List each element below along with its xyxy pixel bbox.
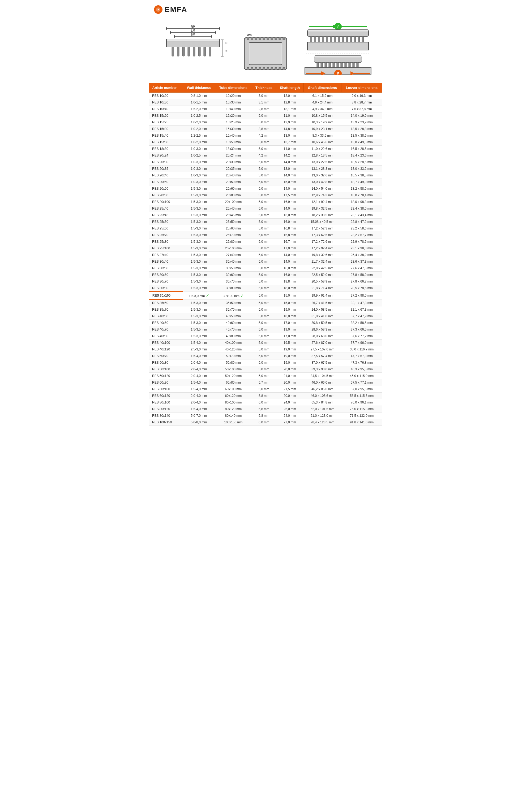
table-row: RES 30x801,5-3,0 mm30x80 mm5,0 mm18,0 mm…: [149, 285, 382, 292]
data-cell: 5,0 mm: [252, 165, 276, 172]
svg-rect-82: [321, 62, 323, 68]
svg-rect-53: [271, 37, 273, 40]
article-number-cell: RES 20x100: [149, 199, 183, 205]
data-cell: 60x120 mm: [215, 393, 252, 399]
data-cell: 11,0 x 22,6 mm: [304, 146, 341, 152]
svg-text:✓: ✓: [336, 25, 339, 29]
article-number-cell: RES 25x80: [149, 238, 183, 245]
data-cell: 5,0 mm: [252, 353, 276, 360]
article-number-cell: RES 30x80: [149, 285, 183, 292]
table-row: RES 60x1202,0-4,0 mm60x120 mm5,8 mm20,0 …: [149, 393, 382, 399]
table-row: RES 100x1505,0-8,0 mm100x150 mm6,0 mm27,…: [149, 419, 382, 426]
data-cell: 1,0-2,0 mm: [183, 139, 215, 146]
table-row: RES 10x401,5-2,0 mm10x40 mm2,8 mm13,1 mm…: [149, 106, 382, 113]
table-row: RES 25x801,5-3,0 mm25x80 mm5,0 mm16,7 mm…: [149, 238, 382, 245]
data-cell: 5,0 mm: [252, 386, 276, 393]
table-row: RES 50x701,5-4,0 mm50x70 mm5,0 mm19,0 mm…: [149, 353, 382, 360]
data-cell: 1,5-3,0 mm: [183, 212, 215, 219]
data-cell: 5,8 mm: [252, 406, 276, 412]
svg-rect-85: [333, 62, 335, 68]
svg-rect-72: [346, 37, 348, 42]
data-cell: 27,6 x 47,5 mm: [341, 265, 382, 272]
data-cell: 65,3 x 84,8 mm: [304, 399, 341, 406]
data-cell: 20x50 mm: [215, 179, 252, 185]
table-row: RES 60x1001,5-4,0 mm60x100 mm5,0 mm21,5 …: [149, 386, 382, 393]
svg-rect-40: [259, 67, 261, 70]
data-cell: 15,0 mm: [276, 291, 304, 300]
table-row: RES 40x701,5-3,5 mm40x70 mm5,0 mm19,0 mm…: [149, 326, 382, 333]
article-number-cell: RES 20x30: [149, 159, 183, 165]
svg-rect-20: [193, 47, 195, 56]
data-cell: 5,0 mm: [252, 139, 276, 146]
data-cell: 1,5-3,0 mm: [183, 205, 215, 212]
data-cell: 5,8 mm: [252, 393, 276, 399]
data-cell: 5,0 mm: [252, 333, 276, 339]
data-cell: 20x30 mm: [215, 159, 252, 165]
data-cell: 1,5-3,5 mm: [183, 326, 215, 333]
col-wall-thickness: Wall thickness: [183, 83, 215, 92]
table-row: RES 40x601,5-3,0 mm40x60 mm5,0 mm17,0 mm…: [149, 320, 382, 326]
data-cell: 28,0 x 68,0 mm: [304, 333, 341, 339]
data-cell: 18,4 x 23,6 mm: [341, 152, 382, 159]
data-cell: 11,0 mm: [276, 113, 304, 119]
data-cell: 1,0-3,0 mm: [183, 159, 215, 165]
data-cell: 71,5 x 132,0 mm: [341, 412, 382, 419]
data-cell: 1,5-3,0 mm: [183, 219, 215, 225]
data-cell: 20,0 mm: [276, 393, 304, 399]
data-cell: 22,8 x 42,5 mm: [304, 265, 341, 272]
data-cell: 5,0 mm: [252, 238, 276, 245]
table-row: RES 40x801,5-3,0 mm40x80 mm5,0 mm17,0 mm…: [149, 333, 382, 339]
data-cell: 47,3 x 76,8 mm: [341, 360, 382, 366]
data-cell: 5,0 mm: [252, 192, 276, 199]
svg-rect-47: [247, 37, 249, 40]
svg-rect-44: [275, 67, 277, 70]
svg-rect-51: [263, 37, 265, 40]
data-cell: 1,5-3,0 mm: [183, 185, 215, 192]
data-cell: 5,0-7,0 mm: [183, 412, 215, 419]
data-cell: 27,0 mm: [276, 419, 304, 426]
svg-rect-22: [204, 47, 206, 56]
data-cell: 15x50 mm: [215, 139, 252, 146]
data-cell: 19,0 mm: [276, 326, 304, 333]
svg-rect-62: [307, 30, 368, 32]
data-cell: 27x40 mm: [215, 252, 252, 258]
data-cell: 20,5 x 58,9 mm: [304, 278, 341, 285]
svg-rect-38: [251, 67, 253, 70]
article-number-cell: RES 40x80: [149, 333, 183, 339]
table-row: RES 80x1405,0-7,0 mm80x140 mm5,8 mm24,0 …: [149, 412, 382, 419]
data-cell: 13,0 x 42,8 mm: [304, 179, 341, 185]
data-cell: 6,0 mm: [252, 399, 276, 406]
article-number-cell: RES 20x40: [149, 172, 183, 179]
data-cell: 78,4 x 128,5 mm: [304, 419, 341, 426]
data-cell: 1,5-2,0 mm: [183, 106, 215, 113]
data-cell: 37,7 x 47,9 mm: [341, 313, 382, 320]
data-cell: 12,9 mm: [276, 119, 304, 126]
data-cell: 5,0 mm: [252, 113, 276, 119]
svg-rect-76: [362, 37, 364, 42]
data-cell: 14,0 mm: [276, 258, 304, 265]
table-container: Article number Wall thickness Tube dimen…: [146, 83, 385, 434]
article-number-cell: RES 15x50: [149, 139, 183, 146]
svg-rect-48: [251, 37, 253, 40]
table-row: RES 15x501,0-2,0 mm15x50 mm5,0 mm13,7 mm…: [149, 139, 382, 146]
data-cell: 13,0 x 22,5 mm: [304, 159, 341, 165]
article-number-cell: RES 30x40: [149, 258, 183, 265]
svg-text:RM: RM: [191, 25, 195, 28]
data-cell: 22,9 x 78,5 mm: [341, 238, 382, 245]
data-cell: 1,5-3,0 mm: [183, 232, 215, 238]
table-row: RES 30x501,5-3,0 mm30x50 mm5,0 mm16,0 mm…: [149, 265, 382, 272]
article-number-cell: RES 30x100: [149, 291, 183, 300]
data-cell: 80x100 mm: [215, 399, 252, 406]
table-body: RES 10x200,8-1,0 mm10x20 mm3,0 mm12,0 mm…: [149, 92, 382, 426]
data-cell: 1,5-3,0 mm: [183, 300, 215, 306]
data-cell: 18,2 x 38,5 mm: [304, 212, 341, 219]
data-cell: 50x120 mm: [215, 373, 252, 379]
article-number-cell: RES 20x60: [149, 185, 183, 192]
data-cell: 25x40 mm: [215, 205, 252, 212]
data-cell: 18x30 mm: [215, 146, 252, 152]
data-cell: 12,1 x 92,4 mm: [304, 199, 341, 205]
data-cell: 18,0 mm: [276, 285, 304, 292]
data-cell: 25x70 mm: [215, 232, 252, 238]
table-row: RES 20x241,0-2,5 mm20x24 mm4,2 mm14,2 mm…: [149, 152, 382, 159]
data-cell: 13,9 x 23,9 mm: [341, 119, 382, 126]
